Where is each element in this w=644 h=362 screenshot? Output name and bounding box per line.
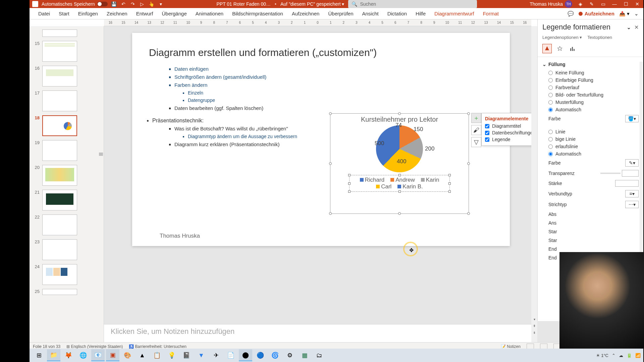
thumb-23[interactable]: 23	[30, 237, 104, 262]
save-icon[interactable]: 💾	[111, 1, 117, 7]
dash-row[interactable]: Strichtyp⋯▾	[542, 199, 639, 210]
tab-ansicht[interactable]: Ansicht	[358, 9, 383, 18]
tab-entwurf[interactable]: Entwurf	[132, 9, 157, 18]
weather-widget[interactable]: ☀ 1°C	[596, 353, 608, 358]
tab-hilfe[interactable]: Hilfe	[412, 9, 430, 18]
radio-pattern-fill[interactable]: Musterfüllung	[542, 99, 639, 106]
chart-filter-button[interactable]: ▽	[471, 137, 481, 147]
tab-legend-options[interactable]: Legendenoptionen ▾	[542, 35, 582, 40]
record-button[interactable]: Aufzeichnen	[579, 11, 614, 16]
chart-legend[interactable]: Richard Andrew Karin Carl Karin B. ✥	[349, 175, 450, 192]
section-fill[interactable]: ⌄ Füllung	[542, 60, 639, 69]
radio-auto-fill[interactable]: Automatisch	[542, 106, 639, 113]
app-icon-6[interactable]: 🔵	[254, 349, 267, 361]
data-label-74[interactable]: 74	[395, 122, 402, 129]
accessibility-status[interactable]: ♿ Barrierefreiheit: Untersuchen	[129, 344, 186, 349]
outlook-icon[interactable]: 📧	[91, 349, 105, 361]
premium-icon[interactable]: ◈	[577, 1, 584, 7]
language-status[interactable]: ⊞ Englisch (Vereinigte Staaten)	[66, 344, 123, 349]
thumb-scrollbar[interactable]	[98, 26, 104, 342]
powerpoint-taskbar-icon[interactable]: ▣	[106, 349, 119, 361]
fill-line-tab-icon[interactable]	[542, 44, 552, 53]
tab-text-options[interactable]: Textoptionen	[587, 35, 612, 40]
radio-solid-line[interactable]: bige Linie	[542, 135, 639, 143]
vlc-icon[interactable]: ▲	[136, 349, 149, 361]
effects-tab-icon[interactable]	[555, 44, 565, 53]
firefox-icon[interactable]: 🦊	[62, 349, 75, 361]
search-input[interactable]: 🔍 Suchen	[348, 0, 477, 8]
app-icon-2[interactable]: 📋	[150, 349, 164, 361]
thumb-15[interactable]: 15	[30, 39, 104, 64]
thumb-24[interactable]: 24	[30, 262, 104, 287]
begin-arrow-row[interactable]: Star	[542, 227, 639, 236]
tab-aufzeichnen[interactable]: Aufzeichnen	[288, 9, 324, 18]
ribbon-collapse-icon[interactable]: ⌄	[634, 11, 639, 17]
tab-dictation[interactable]: Dictation	[383, 9, 411, 18]
data-label-400[interactable]: 400	[397, 158, 406, 165]
thumb-18[interactable]: 18	[30, 113, 104, 138]
tab-uebergaenge[interactable]: Übergänge	[158, 9, 191, 18]
compound-row[interactable]: Verbundtyp≡▾	[542, 188, 639, 199]
tray-network-icon[interactable]: 📶	[635, 353, 641, 358]
chrome-icon[interactable]: 🌐	[76, 349, 90, 361]
radio-auto-line[interactable]: Automatisch	[542, 150, 639, 158]
file-name[interactable]: PPT 01 Roter Faden 00…	[216, 1, 271, 7]
app-icon-8[interactable]: 🗂	[313, 349, 326, 361]
radio-picture-fill[interactable]: Bild- oder Texturfüllung	[542, 91, 639, 99]
tab-format[interactable]: Format	[479, 9, 503, 18]
data-label-500[interactable]: 500	[375, 140, 384, 147]
legend-options-tab-icon[interactable]	[568, 44, 577, 53]
close-button[interactable]: ✕	[634, 1, 641, 7]
app-icon-3[interactable]: 💡	[165, 349, 178, 361]
comments-icon[interactable]: 💬	[568, 11, 574, 17]
slide-title[interactable]: Diagramm erstellen und formatieren („cus…	[149, 47, 493, 58]
app-icon-5[interactable]: 📄	[224, 349, 237, 361]
file-explorer-icon[interactable]: 📁	[47, 349, 60, 361]
chart-styles-button[interactable]: 🖌	[471, 125, 481, 135]
thumb-14[interactable]	[30, 27, 104, 39]
thumb-19[interactable]: 19	[30, 138, 104, 163]
excel-icon[interactable]: ▦	[298, 349, 311, 361]
radio-solid-fill[interactable]: Einfarbige Füllung	[542, 76, 639, 84]
slide-vertical-scrollbar[interactable]: ▾ ⇞ ⇟	[531, 26, 537, 342]
radio-gradient-line[interactable]: erlaufslinie	[542, 143, 639, 150]
thumb-17[interactable]: 17	[30, 88, 104, 113]
touch-mode-icon[interactable]: 👆	[149, 1, 155, 7]
tray-battery-icon[interactable]: 🔋	[627, 353, 632, 358]
app-icon-1[interactable]: 🎨	[121, 349, 134, 361]
radio-no-line[interactable]: Linie	[542, 128, 639, 135]
settings-icon[interactable]: ⚙	[283, 349, 297, 361]
slide-thumbnail-panel[interactable]: 15 16 17 18 19 20 21 22 23 24 25	[30, 26, 104, 342]
tray-onedrive-icon[interactable]: ☁	[619, 353, 623, 358]
transparency-row[interactable]: Transparenz	[542, 168, 639, 178]
begin-size-row[interactable]: Star	[542, 236, 639, 245]
tab-start[interactable]: Start	[55, 9, 73, 18]
obs-icon[interactable]: ⬤	[239, 349, 252, 361]
thumb-22[interactable]: 22	[30, 213, 104, 237]
minimize-button[interactable]: —	[611, 1, 618, 7]
onenote-icon[interactable]: 📓	[180, 349, 193, 361]
tab-datei[interactable]: Datei	[34, 9, 54, 18]
app-icon-4[interactable]: ▼	[195, 349, 208, 361]
tab-zeichnen[interactable]: Zeichnen	[103, 9, 131, 18]
window-icon[interactable]: ▭	[600, 1, 606, 7]
notes-pane[interactable]: Klicken Sie, um Notizen hinzuzufügen	[104, 324, 531, 342]
notes-button[interactable]: 📝 Notizen	[501, 344, 521, 349]
line-color-row[interactable]: Farbe✎▾	[542, 158, 639, 168]
start-button[interactable]: ⊞	[32, 349, 46, 361]
pane-close-button[interactable]: ✕	[634, 24, 639, 31]
radio-no-fill[interactable]: Keine Füllung	[542, 69, 639, 76]
pane-dropdown-icon[interactable]: ⌄	[627, 24, 631, 31]
autosave-toggle[interactable]: Automatisches Speichern	[42, 1, 108, 7]
thumb-25[interactable]: 25	[30, 287, 104, 297]
join-row[interactable]: Ans	[542, 219, 639, 227]
data-label-200[interactable]: 200	[425, 145, 434, 152]
user-account[interactable]: Thomas Hruska TH	[530, 0, 572, 8]
tab-diagrammentwurf[interactable]: Diagrammentwurf	[430, 9, 478, 18]
slide-counter[interactable]: Folie 18 von 33	[33, 344, 60, 349]
saved-status[interactable]: Auf "diesem PC" gespeichert ▾	[280, 1, 344, 7]
tray-chevron-icon[interactable]: ⌃	[612, 353, 615, 358]
start-from-beginning-icon[interactable]: ▷	[139, 1, 145, 7]
thumb-20[interactable]: 20	[30, 163, 104, 188]
undo-icon[interactable]: ↶	[120, 1, 126, 7]
